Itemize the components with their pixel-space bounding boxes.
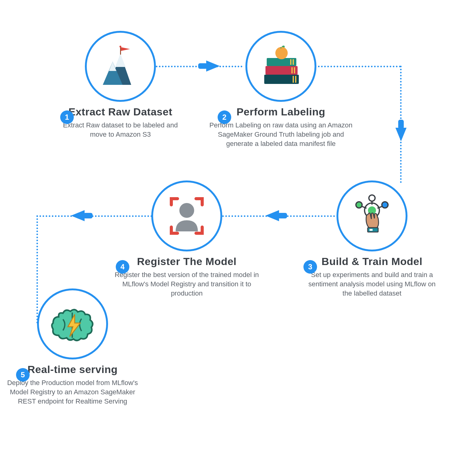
step-2-circle [245, 31, 316, 102]
svg-rect-14 [293, 59, 294, 65]
books-orange-icon [256, 43, 306, 89]
step-1-badge: 1 [60, 110, 74, 124]
step-5-number: 5 [21, 371, 25, 379]
step-3-number: 3 [308, 263, 312, 271]
svg-point-17 [280, 47, 282, 48]
svg-rect-4 [120, 47, 121, 55]
step-2-number: 2 [222, 113, 226, 122]
arrow-2-3-head [395, 128, 407, 141]
step-3-title: Build & Train Model [301, 256, 443, 267]
avatar-frame-icon [162, 191, 211, 241]
workflow-diagram: 1 Extract Raw Dataset Extract Raw datase… [0, 0, 476, 456]
brain-bolt-icon [46, 301, 99, 347]
mountain-flag-icon [97, 45, 144, 88]
svg-point-16 [275, 47, 288, 59]
step-3-circle [336, 180, 407, 251]
hand-nodes-icon [347, 191, 397, 241]
step-4-number: 4 [120, 263, 124, 271]
step-4-badge: 4 [116, 260, 129, 274]
step-2-badge: 2 [218, 110, 231, 124]
step-1-circle [85, 31, 156, 102]
step-5-circle [37, 288, 108, 359]
svg-point-21 [369, 195, 375, 201]
arrow-4-5-head [71, 210, 85, 221]
step-4: 4 Register The Model Register the best v… [106, 180, 267, 298]
svg-point-6 [119, 46, 121, 48]
svg-point-23 [382, 202, 388, 208]
step-1-number: 1 [65, 113, 69, 122]
arrow-4-5-tail [83, 213, 93, 218]
svg-point-22 [356, 202, 362, 208]
step-1-desc: Extract Raw dataset to be labeled and mo… [54, 121, 187, 139]
svg-rect-11 [294, 67, 295, 73]
svg-rect-27 [370, 229, 373, 231]
arrow-3-4-head [265, 210, 279, 221]
svg-marker-5 [121, 47, 130, 51]
step-1: 1 Extract Raw Dataset Extract Raw datase… [54, 31, 187, 139]
step-4-circle [151, 180, 222, 251]
step-3-desc: Set up experiments and build and train a… [301, 270, 443, 298]
step-4-title: Register The Model [106, 256, 267, 267]
svg-rect-15 [290, 59, 291, 65]
svg-point-28 [179, 203, 194, 218]
step-1-title: Extract Raw Dataset [54, 106, 187, 118]
step-3: 3 Build & Train Model Set up experiments… [301, 180, 443, 298]
svg-rect-26 [368, 228, 378, 232]
svg-rect-9 [293, 76, 294, 83]
svg-marker-2 [115, 54, 126, 67]
svg-marker-3 [109, 62, 116, 71]
svg-rect-10 [265, 66, 298, 75]
step-5: 5 Real-time serving Deploy the Productio… [0, 288, 145, 406]
step-5-badge: 5 [16, 368, 30, 382]
step-3-badge: 3 [303, 260, 317, 274]
step-2: 2 Perform Labeling Perform Labeling on r… [205, 31, 357, 148]
svg-rect-12 [291, 67, 293, 73]
arrow-3-4-tail [278, 213, 287, 218]
svg-rect-8 [295, 76, 296, 83]
step-2-desc: Perform Labeling on raw data using an Am… [205, 121, 357, 148]
step-5-desc: Deploy the Production model from MLflow'… [0, 378, 145, 406]
